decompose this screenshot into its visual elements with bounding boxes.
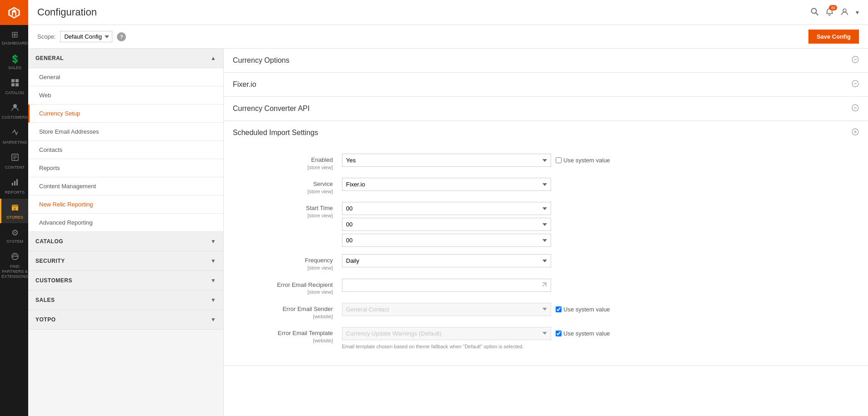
dropdown-icon[interactable]: ▾ <box>856 9 859 16</box>
sidebar-item-partners[interactable]: FIND PARTNERS & EXTENSIONS <box>0 248 28 282</box>
frequency-row: Frequency [store view] Daily Weekly Mont… <box>242 254 859 271</box>
error-email-recipient-control <box>342 279 859 292</box>
currency-options-section: Currency Options <box>224 49 868 73</box>
sales-icon: 💲 <box>10 54 20 64</box>
stores-icon <box>11 203 19 214</box>
error-email-template-label: Error Email Template [website] <box>242 327 342 344</box>
start-time-second-select[interactable]: 00051015 202530 <box>342 234 551 247</box>
frequency-select[interactable]: Daily Weekly Monthly <box>342 254 551 267</box>
yotpo-section-title: YOTPO <box>35 316 56 323</box>
error-email-recipient-input[interactable] <box>342 279 538 291</box>
customers-section-header[interactable]: CUSTOMERS ▼ <box>28 271 223 291</box>
sales-chevron-icon: ▼ <box>211 297 216 303</box>
scope-left: Scope: Default Config ? <box>37 31 126 42</box>
error-email-template-system-checkbox[interactable] <box>556 331 562 336</box>
right-panel: Currency Options Fixer.io <box>224 49 868 416</box>
svg-point-18 <box>843 9 846 12</box>
general-section-title: GENERAL <box>35 55 64 61</box>
sidebar-item-system[interactable]: ⚙ SYSTEM <box>0 223 28 248</box>
sidebar: ⊞ DASHBOARD 💲 SALES CATALOG CUSTOMERS <box>0 0 28 416</box>
fixer-io-toggle-icon <box>852 80 859 89</box>
nav-item-new-relic[interactable]: New Relic Reporting <box>28 195 223 214</box>
start-time-hour-select[interactable]: 00010203 04050607 08091011 12 <box>342 202 551 215</box>
sidebar-item-sales[interactable]: 💲 SALES <box>0 50 28 74</box>
error-email-sender-select[interactable]: General Contact <box>342 303 551 316</box>
sidebar-item-marketing[interactable]: MARKETING <box>0 124 28 149</box>
sidebar-item-content[interactable]: CONTENT <box>0 149 28 174</box>
content-icon <box>11 153 19 164</box>
scheduled-import-header[interactable]: Scheduled Import Settings <box>224 121 868 145</box>
catalog-section-header[interactable]: CATALOG ▼ <box>28 232 223 251</box>
partners-icon <box>11 252 19 263</box>
error-email-recipient-label: Error Email Recipient [store view] <box>242 279 342 296</box>
svg-rect-2 <box>11 83 15 86</box>
frequency-label: Frequency [store view] <box>242 254 342 271</box>
sidebar-item-catalog[interactable]: CATALOG <box>0 74 28 99</box>
scope-label: Scope: <box>37 33 55 40</box>
nav-item-currency-setup[interactable]: Currency Setup <box>28 105 223 123</box>
fixer-io-section: Fixer.io <box>224 73 868 97</box>
svg-rect-0 <box>11 79 15 82</box>
customers-chevron-icon: ▼ <box>211 277 216 284</box>
nav-item-advanced-reporting[interactable]: Advanced Reporting <box>28 214 223 232</box>
sidebar-item-label: SALES <box>8 65 21 70</box>
scope-select[interactable]: Default Config <box>60 31 112 42</box>
nav-item-reports[interactable]: Reports <box>28 159 223 177</box>
sidebar-item-stores[interactable]: STORES <box>0 199 28 224</box>
svg-point-4 <box>13 104 17 108</box>
error-email-sender-system-value[interactable]: Use system value <box>556 306 610 313</box>
sidebar-item-label: CUSTOMERS <box>2 115 28 120</box>
fixer-io-header[interactable]: Fixer.io <box>224 73 868 96</box>
service-label: Service [store view] <box>242 178 342 195</box>
nav-item-store-email[interactable]: Store Email Addresses <box>28 123 223 141</box>
scheduled-import-title: Scheduled Import Settings <box>233 129 318 137</box>
nav-item-web[interactable]: Web <box>28 86 223 105</box>
nav-item-general[interactable]: General <box>28 68 223 86</box>
notifications-icon[interactable]: 30 <box>826 8 833 17</box>
error-email-sender-row: Error Email Sender [website] General Con… <box>242 303 859 320</box>
help-icon[interactable]: ? <box>117 32 126 41</box>
enabled-system-checkbox[interactable] <box>556 157 562 163</box>
notifications-badge: 30 <box>829 5 837 10</box>
sidebar-item-label: CONTENT <box>5 165 25 170</box>
security-section-header[interactable]: SECURITY ▼ <box>28 251 223 271</box>
yotpo-section-header[interactable]: YOTPO ▼ <box>28 310 223 330</box>
svg-rect-9 <box>12 183 13 185</box>
catalog-section-title: CATALOG <box>35 238 63 245</box>
start-time-control: 00010203 04050607 08091011 12 00051015 2… <box>342 202 859 247</box>
general-chevron-icon: ▲ <box>211 55 216 61</box>
sidebar-item-customers[interactable]: CUSTOMERS <box>0 99 28 124</box>
currency-options-header[interactable]: Currency Options <box>224 49 868 72</box>
left-panel: GENERAL ▲ General Web Currency Setup Sto… <box>28 49 224 416</box>
customers-icon <box>11 103 19 114</box>
svg-line-17 <box>816 13 818 15</box>
error-email-template-system-value[interactable]: Use system value <box>556 330 610 337</box>
scheduled-import-section: Scheduled Import Settings Enabled <box>224 121 868 366</box>
svg-rect-10 <box>14 181 15 185</box>
fixer-io-title: Fixer.io <box>233 80 256 89</box>
sidebar-item-reports[interactable]: REPORTS <box>0 174 28 199</box>
error-email-template-select[interactable]: Currency Update Warnings (Default) <box>342 327 551 340</box>
nav-item-content-management[interactable]: Content Management <box>28 177 223 195</box>
catalog-icon <box>11 79 19 89</box>
currency-converter-header[interactable]: Currency Converter API <box>224 97 868 120</box>
error-email-sender-control: General Contact Use system value <box>342 303 859 316</box>
sales-section-header[interactable]: SALES ▼ <box>28 291 223 310</box>
error-email-sender-system-checkbox[interactable] <box>556 306 562 312</box>
user-icon[interactable] <box>841 8 848 17</box>
enabled-control: Yes No Use system value <box>342 154 859 167</box>
service-select[interactable]: Fixer.io Currency Converter API <box>342 178 551 191</box>
start-time-minute-select[interactable]: 00051015 20253035 40455055 <box>342 218 551 231</box>
start-time-row: Start Time [store view] 00010203 0405060… <box>242 202 859 247</box>
general-section-header[interactable]: GENERAL ▲ <box>28 49 223 68</box>
reports-icon <box>11 178 19 189</box>
enabled-select[interactable]: Yes No <box>342 154 551 167</box>
nav-item-contacts[interactable]: Contacts <box>28 141 223 159</box>
enabled-system-value[interactable]: Use system value <box>556 157 610 164</box>
expand-icon[interactable] <box>538 279 551 291</box>
save-config-button[interactable]: Save Config <box>808 30 859 44</box>
sidebar-item-dashboard[interactable]: ⊞ DASHBOARD <box>0 25 28 50</box>
service-control: Fixer.io Currency Converter API <box>342 178 859 191</box>
search-icon[interactable] <box>811 8 818 17</box>
sidebar-item-label: SYSTEM <box>6 239 23 244</box>
